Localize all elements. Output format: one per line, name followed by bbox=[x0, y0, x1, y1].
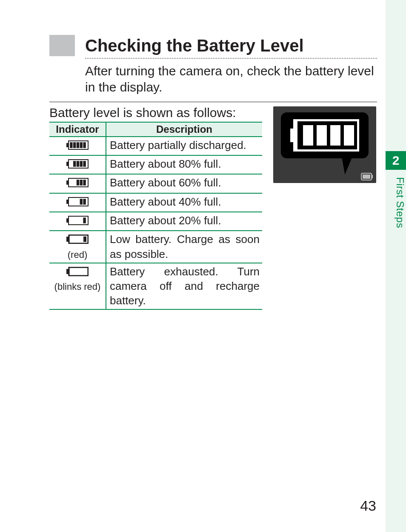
table-row: Battery about 80% full. bbox=[49, 155, 262, 174]
description-cell: Battery about 20% full. bbox=[106, 212, 262, 231]
battery-icon bbox=[66, 197, 89, 206]
description-cell: Low battery. Charge as soon as possible. bbox=[106, 231, 262, 263]
indicator-cell bbox=[49, 212, 106, 231]
svg-rect-33 bbox=[317, 125, 327, 146]
description-cell: Battery exhausted. Turn camera off and r… bbox=[106, 263, 262, 309]
table-row: Battery about 20% full. bbox=[49, 212, 262, 231]
svg-rect-35 bbox=[344, 125, 354, 146]
svg-rect-9 bbox=[73, 161, 76, 167]
description-cell: Battery about 60% full. bbox=[106, 174, 262, 193]
heading-marker bbox=[49, 35, 75, 56]
intro-text: After turning the camera on, check the b… bbox=[85, 63, 377, 96]
battery-icon bbox=[66, 140, 89, 150]
battery-icon bbox=[66, 216, 89, 225]
table-row: Battery partially discharged. bbox=[49, 137, 262, 155]
svg-rect-10 bbox=[77, 161, 79, 167]
table-row: Battery about 40% full. bbox=[49, 193, 262, 212]
table-row: (blinks red)Battery exhausted. Turn came… bbox=[49, 263, 262, 309]
battery-large-icon bbox=[290, 119, 359, 152]
svg-rect-24 bbox=[83, 217, 86, 223]
chapter-tab: 2 bbox=[386, 151, 406, 170]
svg-rect-27 bbox=[83, 237, 86, 242]
heading-underline bbox=[85, 58, 377, 59]
description-cell: Battery about 80% full. bbox=[106, 155, 262, 174]
table-row: (red)Low battery. Charge as soon as poss… bbox=[49, 231, 262, 263]
svg-rect-37 bbox=[372, 175, 373, 178]
page-number: 43 bbox=[360, 498, 376, 514]
speech-bubble bbox=[281, 112, 369, 158]
chapter-name: First Steps bbox=[386, 174, 406, 260]
indicator-cell: (red) bbox=[49, 231, 106, 263]
svg-rect-12 bbox=[83, 161, 86, 167]
svg-rect-32 bbox=[303, 125, 313, 146]
svg-rect-17 bbox=[83, 180, 86, 186]
table-caption: Battery level is shown as follows: bbox=[49, 106, 262, 120]
indicator-cell bbox=[49, 155, 106, 174]
battery-icon bbox=[66, 235, 89, 244]
battery-table: Indicator Description Battery partially … bbox=[49, 122, 262, 310]
svg-rect-2 bbox=[70, 142, 72, 148]
svg-rect-29 bbox=[69, 267, 88, 276]
svg-rect-15 bbox=[77, 180, 79, 186]
svg-rect-38 bbox=[363, 174, 370, 179]
section-rule bbox=[49, 102, 377, 102]
th-indicator: Indicator bbox=[49, 122, 106, 137]
indicator-cell bbox=[49, 193, 106, 212]
indicator-cell: (blinks red) bbox=[49, 263, 106, 309]
indicator-cell bbox=[49, 137, 106, 155]
th-description: Description bbox=[106, 122, 262, 137]
battery-icon bbox=[66, 267, 89, 276]
page-title: Checking the Battery Level bbox=[85, 37, 304, 54]
description-cell: Battery about 40% full. bbox=[106, 193, 262, 212]
svg-rect-5 bbox=[80, 142, 83, 148]
battery-mini-icon bbox=[361, 173, 373, 180]
battery-icon bbox=[66, 159, 89, 169]
svg-rect-11 bbox=[80, 161, 83, 167]
indicator-subnote: (red) bbox=[51, 249, 104, 261]
indicator-cell bbox=[49, 174, 106, 193]
table-row: Battery about 60% full. bbox=[49, 174, 262, 193]
description-cell: Battery partially discharged. bbox=[106, 137, 262, 155]
indicator-subnote: (blinks red) bbox=[51, 280, 104, 293]
svg-rect-21 bbox=[83, 199, 86, 205]
svg-rect-4 bbox=[77, 142, 79, 148]
svg-rect-6 bbox=[83, 142, 86, 148]
svg-rect-20 bbox=[80, 199, 83, 205]
display-illustration bbox=[273, 106, 376, 183]
side-stripe bbox=[386, 0, 406, 532]
svg-rect-3 bbox=[73, 142, 76, 148]
svg-rect-16 bbox=[80, 180, 83, 186]
svg-rect-34 bbox=[330, 125, 340, 146]
battery-icon bbox=[66, 178, 89, 187]
